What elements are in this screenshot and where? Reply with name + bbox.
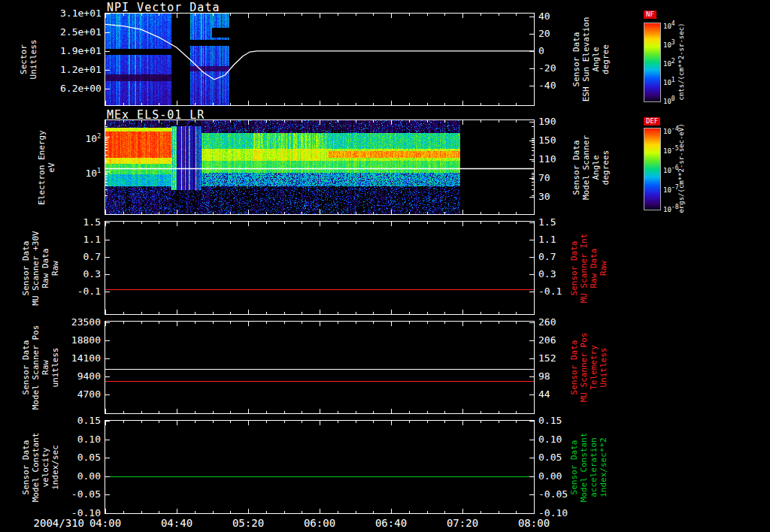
y-tick-label: 1.2e+01 bbox=[60, 64, 101, 76]
y-tick-label: -0.1 bbox=[60, 286, 101, 298]
y-tick-label: 1.1 bbox=[538, 234, 579, 246]
colorbar-nf-tag: NF bbox=[644, 11, 656, 19]
colorbar-tick-label: 10-7 bbox=[663, 184, 689, 194]
npi-spectrogram-canvas bbox=[105, 14, 534, 105]
y-tick-label: 150 bbox=[538, 135, 579, 147]
y-tick-label: -20 bbox=[538, 62, 579, 74]
y-tick-label: -40 bbox=[538, 80, 579, 92]
panel3-left-axis-label: Sensor Data MU Scanner +30V Raw Data Raw bbox=[21, 231, 60, 305]
y-tick-label: 98 bbox=[538, 370, 579, 382]
y-tick-label: -0.05 bbox=[538, 488, 579, 500]
y-tick-label: 110 bbox=[538, 153, 579, 165]
y-tick-label: 30 bbox=[538, 191, 579, 203]
x-tick-label: 06:40 bbox=[365, 517, 417, 529]
y-tick-label: 1.5 bbox=[60, 216, 101, 228]
y-tick-label: 9400 bbox=[60, 370, 101, 382]
y-tick-label: 20 bbox=[538, 28, 579, 40]
x-tick-label: 05:20 bbox=[222, 517, 274, 529]
y-tick-label: 0.00 bbox=[538, 470, 579, 482]
x-tick-label: 08:00 bbox=[508, 517, 560, 529]
model-constant-canvas bbox=[105, 421, 534, 513]
y-tick-label: 14100 bbox=[60, 352, 101, 364]
y-tick-label: 0.3 bbox=[538, 268, 579, 280]
y-tick-label: 0.05 bbox=[538, 452, 579, 464]
colorbar-tick-label: 104 bbox=[663, 20, 689, 30]
panel4-left-axis-label: Sensor Data Model Scanner Pos Raw unitle… bbox=[21, 325, 60, 410]
y-tick-label: 0 bbox=[538, 45, 579, 57]
y-tick-label: 1.5 bbox=[538, 216, 579, 228]
colorbar-tick-label: 102 bbox=[663, 58, 689, 68]
y-tick-label: 0.10 bbox=[60, 434, 101, 446]
cdaweb-plot-screen: NPI Vector Data MEx ELS-01 LR Sector Uni… bbox=[0, 0, 770, 532]
panel-mu-scanner-int bbox=[105, 221, 535, 315]
y-tick-label: 1.9e+01 bbox=[60, 45, 101, 57]
y-tick-label: 44 bbox=[538, 388, 579, 401]
panel-scanner-pos bbox=[105, 321, 535, 414]
colorbar-tick-label: 101 bbox=[663, 77, 689, 86]
panel2-left-axis-label: Electron Energy eV bbox=[37, 130, 56, 204]
y-tick-label: -0.05 bbox=[60, 488, 101, 500]
y-tick-label: 0.10 bbox=[538, 434, 579, 446]
y-tick-label: 206 bbox=[538, 334, 579, 346]
y-tick-label: 152 bbox=[538, 352, 579, 364]
y-tick-label: 190 bbox=[538, 116, 579, 128]
y-tick-label: 0.05 bbox=[60, 452, 101, 464]
x-tick-label: 07:20 bbox=[436, 517, 489, 529]
panel1-left-axis-label: Sector Unitless bbox=[19, 40, 38, 80]
y-tick-label: 0.7 bbox=[60, 251, 101, 263]
y-tick-label: 40 bbox=[538, 11, 579, 23]
y-tick-label: 102 bbox=[60, 131, 101, 143]
panel-els-energy-spectrogram bbox=[105, 119, 535, 215]
scanner-pos-canvas bbox=[105, 322, 534, 413]
y-tick-label: 0.15 bbox=[60, 415, 101, 427]
panel-npi-sector-spectrogram bbox=[105, 13, 535, 106]
y-tick-label: 1.1 bbox=[60, 234, 101, 246]
y-tick-label: 3.1e+01 bbox=[60, 8, 101, 20]
panel5-left-axis-label: Sensor Data Model Constant velocity inde… bbox=[21, 432, 60, 502]
y-tick-label: 4700 bbox=[60, 388, 101, 401]
y-tick-label: 0.7 bbox=[538, 251, 579, 263]
y-tick-label: -0.1 bbox=[538, 286, 579, 298]
y-tick-label: 2.5e+01 bbox=[60, 26, 101, 38]
y-tick-label: 18800 bbox=[60, 334, 101, 346]
colorbar-tick-label: 10-4 bbox=[663, 125, 689, 135]
colorbar-def-gradient bbox=[644, 128, 661, 210]
y-tick-label: 23500 bbox=[60, 316, 101, 328]
x-tick-label: 04:00 bbox=[79, 517, 132, 529]
colorbar-def-tag: DEF bbox=[644, 117, 660, 125]
y-tick-label: 0.15 bbox=[538, 415, 579, 427]
colorbar-tick-label: 10-6 bbox=[663, 165, 689, 174]
y-tick-label: 260 bbox=[538, 316, 579, 328]
y-tick-label: 6.2e+00 bbox=[60, 83, 101, 95]
colorbar-tick-label: 100 bbox=[663, 95, 689, 105]
x-tick-label: 04:40 bbox=[150, 517, 203, 529]
colorbar-tick-label: 10-5 bbox=[663, 145, 689, 155]
mu-scanner-int-canvas bbox=[105, 222, 534, 314]
colorbar-tick-label: 103 bbox=[663, 39, 689, 49]
y-tick-label: 0.00 bbox=[60, 470, 101, 482]
colorbar-tick-label: 10-8 bbox=[663, 204, 689, 213]
panel-model-constant bbox=[105, 420, 535, 514]
y-tick-label: 70 bbox=[538, 172, 579, 184]
colorbar-nf-gradient bbox=[644, 23, 661, 102]
y-tick-label: 0.3 bbox=[60, 268, 101, 280]
y-tick-label: 101 bbox=[60, 165, 101, 177]
x-tick-label: 06:00 bbox=[293, 517, 346, 529]
els-spectrogram-canvas bbox=[105, 120, 534, 214]
